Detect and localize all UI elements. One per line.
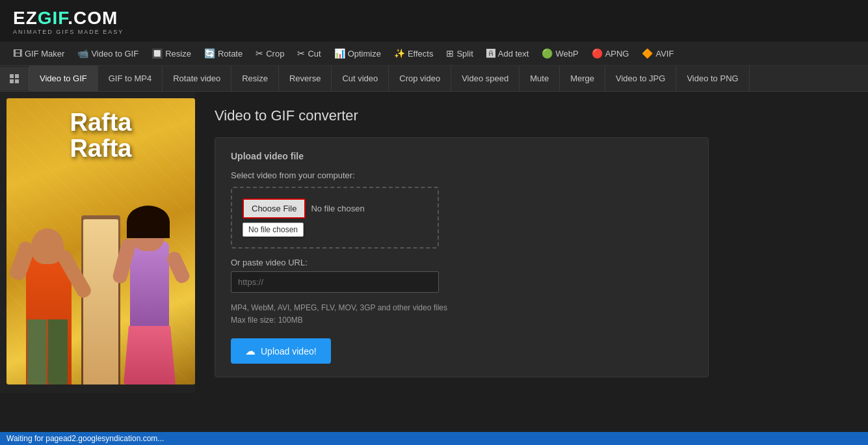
upload-box: Upload video file Select video from your… bbox=[215, 137, 709, 377]
subnav-video-to-png[interactable]: Video to PNG bbox=[676, 66, 749, 91]
url-input[interactable] bbox=[231, 271, 439, 293]
subnav-cut-video[interactable]: Cut video bbox=[332, 66, 389, 91]
logo[interactable]: EZGIF.COM ANIMATED GIFS MADE EASY bbox=[13, 9, 124, 35]
webp-icon: 🟢 bbox=[542, 48, 553, 59]
svg-rect-0 bbox=[10, 74, 14, 78]
nav-video-to-gif[interactable]: 📹 Video to GIF bbox=[71, 42, 145, 65]
nav-effects[interactable]: ✨ Effects bbox=[388, 42, 440, 65]
apng-icon: 🔴 bbox=[592, 48, 603, 59]
effects-icon: ✨ bbox=[394, 48, 405, 59]
svg-rect-1 bbox=[15, 74, 19, 78]
logo-gif: GIF bbox=[38, 8, 68, 28]
add-text-icon: 🅰 bbox=[486, 48, 495, 59]
file-input-row: Choose File No file chosen bbox=[243, 198, 365, 219]
logo-ez: EZ bbox=[13, 8, 38, 28]
subnav-video-to-jpg[interactable]: Video to JPG bbox=[605, 66, 676, 91]
file-input-area: Choose File No file chosen No file chose… bbox=[231, 187, 439, 249]
nav-crop[interactable]: ✂ Crop bbox=[249, 42, 291, 65]
nav-optimize[interactable]: 📊 Optimize bbox=[328, 42, 388, 65]
nav-webp[interactable]: 🟢 WebP bbox=[535, 42, 585, 65]
subnav-crop-video[interactable]: Crop video bbox=[389, 66, 451, 91]
subnav-video-speed[interactable]: Video speed bbox=[451, 66, 519, 91]
logo-sub: ANIMATED GIFS MADE EASY bbox=[13, 29, 124, 35]
ad-title-line2: Rafta bbox=[70, 136, 131, 162]
sub-nav: Video to GIF GIF to MP4 Rotate video Res… bbox=[0, 66, 868, 92]
crop-icon: ✂ bbox=[256, 48, 263, 59]
upload-icon: ☁ bbox=[245, 345, 256, 357]
page-title: Video to GIF converter bbox=[215, 107, 848, 124]
file-types-text: MP4, WebM, AVI, MPEG, FLV, MOV, 3GP and … bbox=[231, 302, 692, 327]
resize-icon: 🔲 bbox=[151, 48, 163, 59]
logo-com: .COM bbox=[68, 8, 118, 28]
sub-nav-grid-icon bbox=[0, 67, 29, 90]
content-area: Video to GIF converter Upload video file… bbox=[195, 92, 868, 393]
choose-file-button[interactable]: Choose File bbox=[243, 198, 306, 219]
top-nav: 🎞 GIF Maker 📹 Video to GIF 🔲 Resize 🔄 Ro… bbox=[0, 42, 868, 66]
video-to-gif-icon: 📹 bbox=[77, 48, 88, 59]
cut-icon: ✂ bbox=[297, 48, 305, 59]
rotate-icon: 🔄 bbox=[204, 48, 215, 59]
ad-sidebar: Ad ✕ Rafta Rafta bbox=[0, 92, 195, 393]
nav-apng[interactable]: 🔴 APNG bbox=[585, 42, 636, 65]
gif-maker-icon: 🎞 bbox=[13, 48, 22, 59]
subnav-mute[interactable]: Mute bbox=[519, 66, 560, 91]
svg-rect-2 bbox=[10, 79, 14, 83]
subnav-merge[interactable]: Merge bbox=[560, 66, 605, 91]
subnav-resize[interactable]: Resize bbox=[231, 66, 279, 91]
subnav-reverse[interactable]: Reverse bbox=[279, 66, 332, 91]
nav-gif-maker[interactable]: 🎞 GIF Maker bbox=[7, 42, 71, 65]
ad-container: Ad ✕ Rafta Rafta bbox=[7, 98, 195, 384]
nav-split[interactable]: ⊞ Split bbox=[440, 42, 479, 65]
avif-icon: 🔶 bbox=[642, 48, 653, 59]
select-label: Select video from your computer: bbox=[231, 170, 692, 180]
no-file-chosen-text: No file chosen bbox=[311, 204, 364, 213]
nav-resize[interactable]: 🔲 Resize bbox=[145, 42, 198, 65]
logo-main: EZGIF.COM bbox=[13, 9, 124, 27]
url-label: Or paste video URL: bbox=[231, 258, 692, 267]
subnav-video-to-gif[interactable]: Video to GIF bbox=[29, 66, 98, 91]
status-bar: Waiting for pagead2.googlesyndication.co… bbox=[0, 432, 868, 445]
header: EZGIF.COM ANIMATED GIFS MADE EASY bbox=[0, 0, 868, 42]
nav-avif[interactable]: 🔶 AVIF bbox=[635, 42, 680, 65]
main-content: Ad ✕ Rafta Rafta bbox=[0, 92, 868, 393]
upload-box-title: Upload video file bbox=[231, 151, 692, 161]
upload-button[interactable]: ☁ Upload video! bbox=[231, 338, 331, 364]
nav-rotate[interactable]: 🔄 Rotate bbox=[198, 42, 249, 65]
subnav-gif-to-mp4[interactable]: GIF to MP4 bbox=[98, 66, 163, 91]
nav-add-text[interactable]: 🅰 Add text bbox=[480, 42, 536, 65]
no-file-tooltip: No file chosen bbox=[243, 222, 304, 237]
optimize-icon: 📊 bbox=[334, 48, 345, 59]
subnav-rotate-video[interactable]: Rotate video bbox=[163, 66, 231, 91]
svg-rect-3 bbox=[15, 79, 19, 83]
split-icon: ⊞ bbox=[446, 48, 454, 59]
ad-title-line1: Rafta bbox=[70, 110, 131, 136]
nav-cut[interactable]: ✂ Cut bbox=[291, 42, 327, 65]
